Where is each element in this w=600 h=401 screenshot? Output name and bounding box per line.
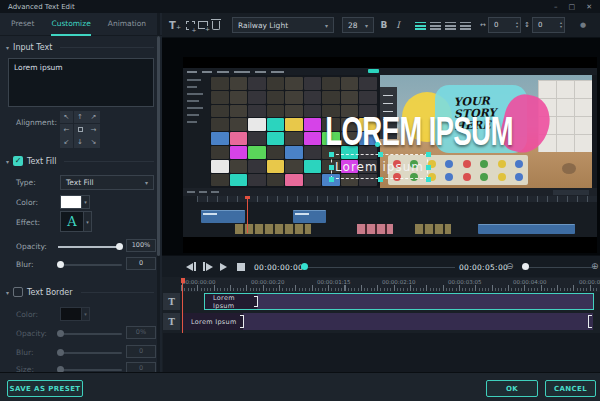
zoom-in-icon[interactable]: ⊕ xyxy=(591,261,599,271)
text-clip-2[interactable]: Lorem Ipsum xyxy=(183,313,593,330)
library-thumbnail xyxy=(322,77,340,90)
tab-customize[interactable]: Customize xyxy=(51,13,90,36)
add-text-icon[interactable]: T+ xyxy=(168,18,182,32)
close-icon[interactable]: ✕ xyxy=(586,3,592,11)
save-as-preset-button[interactable]: SAVE AS PRESET xyxy=(7,380,83,397)
align-center-icon[interactable] xyxy=(430,22,441,30)
timeline-zoom-knob[interactable] xyxy=(522,263,529,270)
input-text-field[interactable]: Lorem ipsum xyxy=(8,58,154,107)
font-size-dropdown[interactable]: 28 ▾ xyxy=(342,17,374,33)
add-image-icon[interactable]: + xyxy=(196,18,210,32)
tab-animation[interactable]: Animation xyxy=(108,13,146,36)
alignment-cell-icon[interactable]: ↘ xyxy=(87,136,100,148)
align-justify-icon[interactable] xyxy=(460,22,471,30)
delete-icon[interactable] xyxy=(209,18,223,32)
border-size-value[interactable]: 0 xyxy=(126,362,156,372)
timeline-zoom-slider[interactable] xyxy=(522,267,592,268)
cancel-button[interactable]: CANCEL xyxy=(545,380,596,397)
more-options-icon[interactable]: ● xyxy=(576,18,590,32)
border-size-label: Size: xyxy=(16,365,34,372)
stop-icon[interactable] xyxy=(237,262,245,271)
fill-opacity-slider[interactable] xyxy=(58,246,122,248)
selection-handle[interactable] xyxy=(378,177,383,182)
selected-text[interactable]: Lorem ipsum xyxy=(335,160,424,174)
font-family-dropdown[interactable]: Railway Light ▾ xyxy=(232,17,334,33)
align-left-icon[interactable] xyxy=(415,22,426,30)
text-border-section-header[interactable]: ▾ Text Border xyxy=(6,287,154,297)
spin-down-icon[interactable]: ▾ xyxy=(516,25,518,29)
border-opacity-value[interactable]: 0% xyxy=(126,326,156,339)
zoom-out-icon[interactable]: ⊖ xyxy=(506,261,514,271)
anchor-handle[interactable] xyxy=(375,142,380,147)
fill-type-dropdown[interactable]: Text Fill ▾ xyxy=(60,175,154,190)
video-preview-area: YOUR STORY HERE LOREM IPSUM xyxy=(162,38,600,255)
char-spacing-input[interactable]: 0 ▴▾ xyxy=(488,17,521,33)
alignment-cell-icon[interactable]: ↖ xyxy=(60,111,73,123)
play-icon[interactable] xyxy=(220,262,227,271)
text-fill-header-label: Text Fill xyxy=(27,157,56,166)
fill-blur-slider[interactable] xyxy=(58,264,122,266)
line-spacing-input[interactable]: 0 ▴▾ xyxy=(532,17,565,33)
selection-handle[interactable] xyxy=(329,152,334,157)
alignment-cell-icon[interactable]: ↙ xyxy=(60,136,73,148)
text-track-header-1[interactable]: T xyxy=(163,293,180,310)
alignment-cell-icon[interactable]: ↗ xyxy=(87,111,100,123)
chevron-down-icon[interactable]: ▾ xyxy=(83,212,91,231)
selection-handle[interactable] xyxy=(426,177,431,182)
trim-handle[interactable] xyxy=(254,296,258,307)
border-size-slider[interactable] xyxy=(58,369,122,371)
timeline-playhead[interactable] xyxy=(182,278,183,333)
text-border-checkbox[interactable] xyxy=(13,287,23,297)
alignment-cell-icon[interactable]: ↑ xyxy=(74,111,87,123)
panel-scrollbar-thumb[interactable] xyxy=(157,36,160,256)
alignment-cell-icon[interactable]: → xyxy=(87,124,100,136)
trim-handle[interactable] xyxy=(240,315,244,328)
text-clip-1[interactable]: Lorem Ipsum xyxy=(204,293,594,310)
text-fill-section-header[interactable]: ▾ ✓ Text Fill xyxy=(6,156,154,166)
bold-button[interactable]: B xyxy=(377,18,391,32)
panel-tabs: Preset Customize Animation xyxy=(0,13,162,36)
seek-knob[interactable] xyxy=(301,263,308,270)
selection-handle[interactable] xyxy=(329,177,334,182)
border-blur-slider[interactable] xyxy=(58,352,122,354)
ok-button[interactable]: OK xyxy=(486,380,538,397)
timeline-ruler[interactable]: 00:00:00:0000:00:00:2000:00:01:1500:00:0… xyxy=(181,278,600,292)
text-selection-box[interactable]: Lorem ipsum xyxy=(331,154,428,179)
seek-bar[interactable] xyxy=(305,267,455,268)
alignment-cell-icon[interactable]: ← xyxy=(60,124,73,136)
library-thumbnail xyxy=(304,91,322,104)
selection-handle[interactable] xyxy=(378,152,383,157)
alignment-cell-icon[interactable]: ↓ xyxy=(74,136,87,148)
video-frame[interactable]: YOUR STORY HERE LOREM IPSUM xyxy=(183,57,597,253)
spin-down-icon[interactable]: ▾ xyxy=(560,25,562,29)
border-color-swatch[interactable]: ▾ xyxy=(60,307,90,321)
timeline-empty-area[interactable] xyxy=(163,333,600,372)
border-blur-value[interactable]: 0 xyxy=(126,345,156,358)
transform-box-icon[interactable]: + xyxy=(183,18,197,32)
fill-blur-value[interactable]: 0 xyxy=(126,257,156,270)
preview-title-text[interactable]: LOREM IPSUM xyxy=(302,112,536,152)
chevron-down-icon: ▾ xyxy=(365,22,368,29)
minimize-icon[interactable]: – xyxy=(554,3,558,11)
fill-opacity-value[interactable]: 100% xyxy=(126,239,156,252)
alignment-cell-icon[interactable] xyxy=(74,124,87,136)
italic-button[interactable]: I xyxy=(391,18,405,32)
previous-frame-icon[interactable] xyxy=(186,262,196,271)
fill-effect-swatch[interactable]: A ▾ xyxy=(60,211,92,232)
tab-preset[interactable]: Preset xyxy=(11,13,34,36)
align-right-icon[interactable] xyxy=(445,22,456,30)
maximize-icon[interactable]: □ xyxy=(569,3,576,11)
trim-handle[interactable] xyxy=(588,315,592,328)
chevron-down-icon[interactable]: ▾ xyxy=(81,196,89,208)
title-bar[interactable]: Advanced Text Edit – □ ✕ xyxy=(0,0,600,13)
selection-handle[interactable] xyxy=(426,165,431,170)
text-track-header-2[interactable]: T xyxy=(163,313,180,330)
mat-dot xyxy=(480,173,488,181)
selection-handle[interactable] xyxy=(329,165,334,170)
fill-color-swatch[interactable]: ▾ xyxy=(60,195,90,209)
next-frame-icon[interactable] xyxy=(203,262,213,271)
input-text-section-header[interactable]: ▾ Input Text xyxy=(6,43,154,52)
selection-handle[interactable] xyxy=(426,152,431,157)
text-fill-checkbox[interactable]: ✓ xyxy=(13,156,23,166)
border-opacity-slider[interactable] xyxy=(58,333,122,335)
